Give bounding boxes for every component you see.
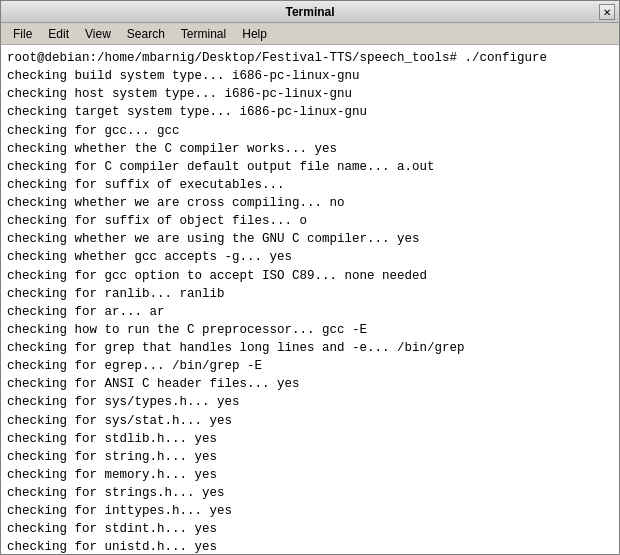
terminal-line: checking for sys/stat.h... yes — [7, 412, 613, 430]
menu-bar: File Edit View Search Terminal Help — [1, 23, 619, 45]
terminal-line: checking for strings.h... yes — [7, 484, 613, 502]
terminal-window: Terminal ✕ File Edit View Search Termina… — [0, 0, 620, 555]
terminal-line: checking for grep that handles long line… — [7, 339, 613, 357]
terminal-line: checking build system type... i686-pc-li… — [7, 67, 613, 85]
terminal-line: checking for ar... ar — [7, 303, 613, 321]
title-bar: Terminal ✕ — [1, 1, 619, 23]
menu-search[interactable]: Search — [119, 25, 173, 43]
terminal-line: checking how to run the C preprocessor..… — [7, 321, 613, 339]
terminal-line: checking for string.h... yes — [7, 448, 613, 466]
terminal-line: checking whether the C compiler works...… — [7, 140, 613, 158]
terminal-line: checking for C compiler default output f… — [7, 158, 613, 176]
terminal-line: checking for stdlib.h... yes — [7, 430, 613, 448]
terminal-line: checking for suffix of object files... o — [7, 212, 613, 230]
terminal-line: checking target system type... i686-pc-l… — [7, 103, 613, 121]
terminal-line: checking for sys/types.h... yes — [7, 393, 613, 411]
menu-view[interactable]: View — [77, 25, 119, 43]
menu-help[interactable]: Help — [234, 25, 275, 43]
terminal-line: checking for suffix of executables... — [7, 176, 613, 194]
terminal-line: checking for gcc... gcc — [7, 122, 613, 140]
menu-edit[interactable]: Edit — [40, 25, 77, 43]
terminal-line: checking for egrep... /bin/grep -E — [7, 357, 613, 375]
terminal-line: checking for stdint.h... yes — [7, 520, 613, 538]
terminal-output[interactable]: root@debian:/home/mbarnig/Desktop/Festiv… — [1, 45, 619, 554]
close-button[interactable]: ✕ — [599, 4, 615, 20]
terminal-line: checking for ANSI C header files... yes — [7, 375, 613, 393]
terminal-line: root@debian:/home/mbarnig/Desktop/Festiv… — [7, 49, 613, 67]
terminal-line: checking for memory.h... yes — [7, 466, 613, 484]
terminal-line: checking for unistd.h... yes — [7, 538, 613, 554]
terminal-line: checking whether gcc accepts -g... yes — [7, 248, 613, 266]
terminal-line: checking whether we are cross compiling.… — [7, 194, 613, 212]
terminal-line: checking for ranlib... ranlib — [7, 285, 613, 303]
terminal-line: checking for gcc option to accept ISO C8… — [7, 267, 613, 285]
terminal-line: checking whether we are using the GNU C … — [7, 230, 613, 248]
terminal-line: checking host system type... i686-pc-lin… — [7, 85, 613, 103]
menu-terminal[interactable]: Terminal — [173, 25, 234, 43]
menu-file[interactable]: File — [5, 25, 40, 43]
window-title: Terminal — [285, 5, 334, 19]
terminal-line: checking for inttypes.h... yes — [7, 502, 613, 520]
